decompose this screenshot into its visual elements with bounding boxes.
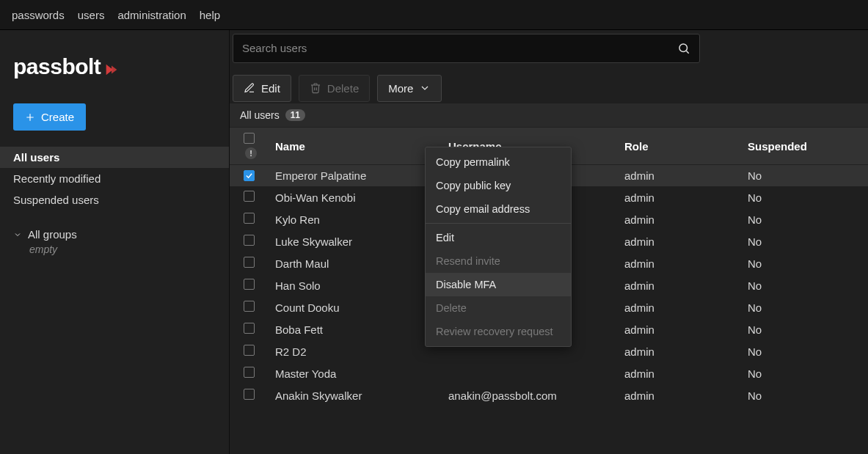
edit-icon — [244, 82, 255, 94]
delete-label: Delete — [327, 82, 359, 95]
cell-name: Luke Skywalker — [268, 230, 441, 252]
col-role[interactable]: Role — [617, 128, 740, 165]
cell-suspended: No — [740, 274, 868, 296]
cell-name: Master Yoda — [268, 362, 441, 384]
table-row[interactable]: Master YodaadminNo — [230, 362, 868, 384]
sidebar-item-recently-modified[interactable]: Recently modified — [0, 168, 229, 189]
cell-role: admin — [617, 186, 740, 208]
cell-name: Darth Maul — [268, 252, 441, 274]
cell-name: Anakin Skywalker — [268, 384, 441, 406]
cell-suspended: No — [740, 165, 868, 187]
create-label: Create — [41, 111, 74, 123]
cell-name: Han Solo — [268, 274, 441, 296]
menu-item-copy-email-address[interactable]: Copy email address — [426, 197, 571, 221]
main: Edit Delete More All users 11 — [230, 30, 868, 454]
col-name[interactable]: Name — [268, 128, 441, 165]
search-input[interactable] — [242, 42, 677, 54]
nav-passwords[interactable]: passwords — [12, 9, 65, 21]
col-suspended[interactable]: Suspended — [740, 128, 868, 165]
row-checkbox[interactable] — [244, 213, 255, 224]
nav-administration[interactable]: administration — [117, 9, 186, 21]
menu-item-delete: Delete — [426, 296, 571, 320]
cell-role: admin — [617, 384, 740, 406]
cell-username — [441, 362, 617, 384]
cell-role: admin — [617, 318, 740, 340]
cell-role: admin — [617, 340, 740, 362]
sidebar-nav: All usersRecently modifiedSuspended user… — [0, 147, 229, 210]
logo-icon — [103, 62, 120, 78]
cell-suspended: No — [740, 384, 868, 406]
logo-text: passbolt — [13, 54, 101, 79]
cell-role: admin — [617, 296, 740, 318]
row-checkbox[interactable] — [244, 235, 255, 246]
cell-suspended: No — [740, 296, 868, 318]
cell-role: admin — [617, 230, 740, 252]
select-all-checkbox[interactable] — [244, 133, 255, 144]
cell-name: R2 D2 — [268, 340, 441, 362]
row-checkbox[interactable] — [244, 170, 255, 181]
cell-name: Emperor Palpatine — [268, 165, 441, 187]
more-label: More — [388, 82, 413, 95]
trash-icon — [310, 82, 321, 94]
svg-marker-1 — [112, 66, 117, 74]
search-icon[interactable] — [677, 42, 690, 55]
warning-icon: ! — [245, 147, 257, 159]
menu-item-copy-permalink[interactable]: Copy permalink — [426, 150, 571, 174]
breadcrumb: All users 11 — [230, 103, 868, 127]
nav-help[interactable]: help — [200, 9, 220, 21]
menu-item-resend-invite: Resend invite — [426, 249, 571, 273]
groups-empty: empty — [13, 244, 216, 255]
sidebar: passbolt Create All usersRecently modifi… — [0, 30, 230, 454]
cell-role: admin — [617, 362, 740, 384]
sidebar-item-suspended-users[interactable]: Suspended users — [0, 189, 229, 210]
logo: passbolt — [0, 30, 229, 103]
cell-suspended: No — [740, 318, 868, 340]
more-button[interactable]: More — [377, 75, 442, 102]
delete-button: Delete — [299, 75, 370, 102]
context-menu: Copy permalinkCopy public keyCopy email … — [425, 147, 572, 347]
create-button[interactable]: Create — [13, 103, 86, 131]
menu-item-edit[interactable]: Edit — [426, 226, 571, 249]
row-checkbox[interactable] — [244, 345, 255, 356]
cell-suspended: No — [740, 230, 868, 252]
toolbar: Edit Delete More — [230, 30, 868, 103]
row-checkbox[interactable] — [244, 257, 255, 268]
cell-suspended: No — [740, 186, 868, 208]
cell-role: admin — [617, 252, 740, 274]
nav-users[interactable]: users — [78, 9, 105, 21]
cell-name: Kylo Ren — [268, 208, 441, 230]
table-row[interactable]: Anakin Skywalkeranakin@passbolt.comadmin… — [230, 384, 868, 406]
chevron-down-icon — [419, 82, 431, 94]
edit-label: Edit — [261, 82, 280, 95]
svg-point-2 — [679, 44, 688, 52]
cell-name: Obi-Wan Kenobi — [268, 186, 441, 208]
count-badge: 11 — [285, 109, 305, 121]
menu-item-copy-public-key[interactable]: Copy public key — [426, 174, 571, 197]
cell-username: anakin@passbolt.com — [441, 384, 617, 406]
cell-name: Boba Fett — [268, 318, 441, 340]
search-box[interactable] — [233, 34, 700, 63]
row-checkbox[interactable] — [244, 389, 255, 400]
cell-suspended: No — [740, 252, 868, 274]
groups-toggle[interactable]: All groups — [13, 228, 216, 241]
row-checkbox[interactable] — [244, 323, 255, 334]
cell-role: admin — [617, 165, 740, 187]
cell-suspended: No — [740, 208, 868, 230]
sidebar-item-all-users[interactable]: All users — [0, 147, 229, 168]
cell-role: admin — [617, 274, 740, 296]
row-checkbox[interactable] — [244, 367, 255, 378]
cell-name: Count Dooku — [268, 296, 441, 318]
row-checkbox[interactable] — [244, 301, 255, 312]
groups-label: All groups — [28, 228, 77, 241]
row-checkbox[interactable] — [244, 279, 255, 290]
cell-role: admin — [617, 208, 740, 230]
cell-suspended: No — [740, 340, 868, 362]
edit-button[interactable]: Edit — [233, 75, 291, 102]
menu-item-review-recovery-request: Review recovery request — [426, 320, 571, 343]
cell-suspended: No — [740, 362, 868, 384]
svg-line-3 — [686, 51, 688, 53]
plus-icon — [25, 112, 35, 122]
chevron-down-icon — [13, 230, 22, 239]
menu-item-disable-mfa[interactable]: Disable MFA — [426, 273, 571, 296]
row-checkbox[interactable] — [244, 191, 255, 202]
